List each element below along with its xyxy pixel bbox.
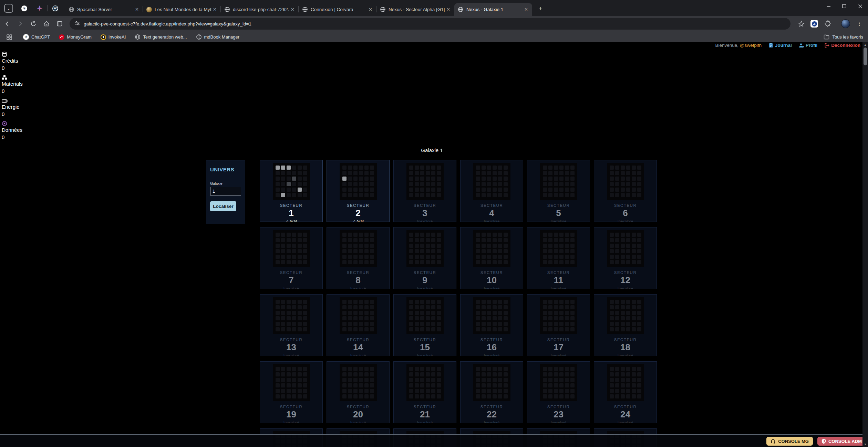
header-link-profil[interactable]: Profil [799, 43, 818, 48]
header-link-journal[interactable]: Journal [768, 43, 792, 48]
sector-card-7[interactable]: SECTEUR7Inexploré [260, 227, 323, 289]
reload-icon[interactable] [28, 18, 39, 30]
sector-card-10[interactable]: SECTEUR10Inexploré [460, 227, 523, 289]
browser-tab[interactable]: Nexus - Galaxie 1✕ [454, 3, 532, 16]
sector-cell [504, 166, 508, 170]
sector-card-16[interactable]: SECTEUR16Inexploré [460, 294, 523, 356]
sector-card-8[interactable]: SECTEUR8Inexploré [327, 227, 390, 289]
sector-card-4[interactable]: SECTEUR4Inexploré [460, 160, 523, 222]
sector-card-1[interactable]: SECTEUR1✓ Actif [260, 160, 323, 222]
extensions-puzzle-icon[interactable] [822, 18, 833, 30]
sector-card-15[interactable]: SECTEUR15Inexploré [393, 294, 456, 356]
bookmark-item[interactable]: InvokeAI [101, 34, 126, 40]
sector-card-6[interactable]: SECTEUR6Inexploré [594, 160, 657, 222]
minimize-window-icon[interactable] [820, 0, 836, 12]
sector-card-19[interactable]: SECTEUR19Inexploré [260, 361, 323, 423]
sector-cell [431, 300, 435, 304]
bookmark-item[interactable]: ✳ChatGPT [23, 34, 50, 40]
sector-card-9[interactable]: SECTEUR9Inexploré [393, 227, 456, 289]
localiser-button[interactable]: Localiser [210, 201, 236, 211]
sector-card-2[interactable]: SECTEUR2✓ Actif [327, 160, 390, 222]
url-text[interactable]: galactic-pve-conquest-c7fe.dev.flatlogic… [84, 21, 251, 26]
sector-card-18[interactable]: SECTEUR18Inexploré [594, 294, 657, 356]
home-icon[interactable] [41, 18, 52, 30]
sector-card-11[interactable]: SECTEUR11Inexploré [527, 227, 590, 289]
maximize-window-icon[interactable] [836, 0, 852, 12]
scroll-up-icon[interactable]: ▲ [862, 42, 868, 47]
sector-card-13[interactable]: SECTEUR13Inexploré [260, 294, 323, 356]
bookmark-item[interactable]: mdBook Manager [196, 34, 240, 40]
sector-cell [565, 383, 569, 387]
sector-cell [292, 171, 296, 175]
sector-mini-grid [406, 230, 444, 267]
bookmark-star-icon[interactable] [795, 18, 807, 30]
browser-tab[interactable]: Nexus - Secteur Alpha [G1]✕ [376, 3, 454, 16]
sector-card-24[interactable]: SECTEUR24Inexploré [594, 361, 657, 423]
bookmark-item[interactable]: MoneyGram [59, 34, 92, 40]
browser-tab[interactable]: Connexion | Corvara✕ [299, 3, 376, 16]
sector-card-14[interactable]: SECTEUR14Inexploré [327, 294, 390, 356]
sector-cell [281, 177, 285, 181]
sector-card-23[interactable]: SECTEUR23Inexploré [527, 361, 590, 423]
welcome-text: Bienvenue, [715, 43, 738, 48]
url-bar[interactable]: galactic-pve-conquest-c7fe.dev.flatlogic… [70, 18, 790, 30]
sector-card-17[interactable]: SECTEUR17Inexploré [527, 294, 590, 356]
sector-cell [431, 378, 435, 382]
site-settings-icon[interactable] [74, 20, 80, 28]
tab-close-icon[interactable]: ✕ [445, 6, 452, 13]
sector-cell [570, 177, 575, 181]
tab-close-icon[interactable]: ✕ [523, 6, 529, 13]
sector-cell [482, 305, 486, 309]
console-adm-button[interactable]: CONSOLE ADM [817, 437, 866, 446]
scrollbar-thumb[interactable] [864, 47, 867, 65]
pinned-tab-chatgpt-icon[interactable]: ✳ [17, 3, 32, 13]
sector-cell [287, 389, 291, 393]
sector-cell [342, 260, 347, 264]
console-button-label: CONSOLE ADM [828, 439, 862, 444]
sector-cell [543, 233, 547, 237]
sector-cell [632, 177, 636, 181]
sector-card-21[interactable]: SECTEUR21Inexploré [393, 361, 456, 423]
sector-card-22[interactable]: SECTEUR22Inexploré [460, 361, 523, 423]
close-window-icon[interactable] [852, 0, 868, 12]
tab-close-icon[interactable]: ✕ [367, 6, 374, 13]
sector-cell [482, 300, 486, 304]
page-scrollbar[interactable]: ▲ ▼ [862, 42, 868, 447]
tab-close-icon[interactable]: ✕ [134, 6, 140, 13]
scroll-down-icon[interactable]: ▼ [862, 442, 868, 447]
sector-cell [431, 305, 435, 309]
sector-number: 6 [623, 208, 628, 218]
bookmark-item[interactable]: Text generation web... [135, 34, 187, 40]
browser-tab[interactable]: discord-like-php-chat-7262.dev✕ [221, 3, 299, 16]
tab-search-icon[interactable]: ⌄ [4, 4, 13, 13]
apps-grid-icon[interactable] [3, 31, 15, 43]
sector-cell [626, 193, 630, 197]
sector-cell [543, 372, 547, 376]
sector-card-20[interactable]: SECTEUR20Inexploré [327, 361, 390, 423]
sidebar-icon[interactable] [54, 18, 65, 30]
back-icon[interactable] [1, 18, 13, 30]
sector-card-5[interactable]: SECTEUR5Inexploré [527, 160, 590, 222]
profile-avatar[interactable] [841, 19, 850, 28]
browser-tab[interactable]: Spacebar Server✕ [65, 3, 143, 16]
console-mg-button[interactable]: CONSOLE MG [766, 437, 813, 446]
sector-card-3[interactable]: SECTEUR3Inexploré [393, 160, 456, 222]
tab-close-icon[interactable]: ✕ [289, 6, 296, 13]
new-tab-button[interactable]: + [536, 4, 545, 14]
galaxie-input[interactable] [210, 187, 241, 195]
sector-card-12[interactable]: SECTEUR12Inexploré [594, 227, 657, 289]
pinned-tabs: ✳W [17, 3, 63, 13]
pinned-tab-gemini-icon[interactable] [32, 3, 47, 13]
browser-tab[interactable]: Les Neuf Mondes de la Mythol✕ [143, 3, 221, 16]
all-bookmarks[interactable]: Tous les favoris [824, 34, 863, 40]
extension-icon[interactable] [808, 18, 820, 30]
forward-icon[interactable] [14, 18, 26, 30]
sector-cell [621, 233, 625, 237]
header-link-déconnexion[interactable]: Déconnexion [824, 43, 860, 48]
pinned-tab-wordpress-icon[interactable]: W [48, 3, 63, 13]
tab-close-icon[interactable]: ✕ [211, 6, 218, 13]
sector-cell [493, 233, 497, 237]
sector-cell [298, 188, 302, 192]
menu-dots-icon[interactable]: ⋮ [854, 18, 865, 30]
sector-cell [570, 378, 575, 382]
